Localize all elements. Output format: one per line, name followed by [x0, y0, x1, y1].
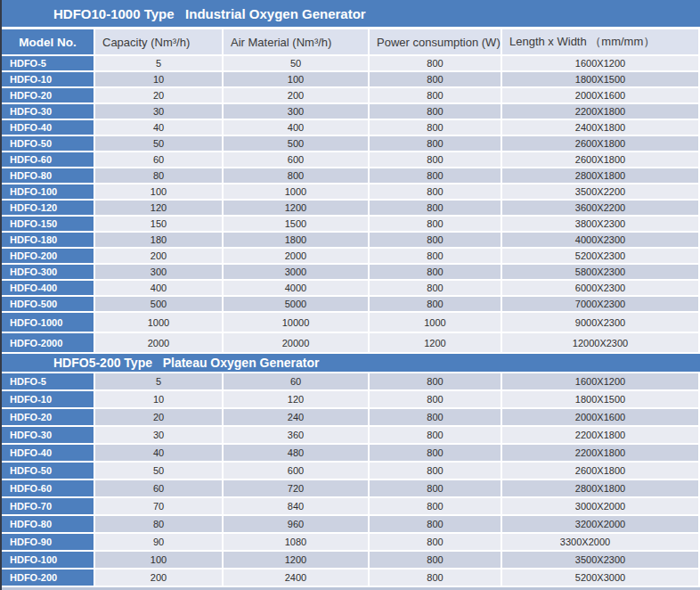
- table-row: HDFO-909010808003300X2000: [2, 534, 700, 550]
- air-material-cell: 10000: [224, 313, 368, 332]
- power-cell: 800: [370, 184, 501, 199]
- dimensions-cell: 1800X1500: [502, 391, 698, 407]
- capacity-cell: 80: [95, 516, 222, 532]
- dimensions-cell: 2200X1800: [502, 427, 698, 443]
- power-cell: 800: [370, 233, 501, 247]
- power-cell: 800: [370, 463, 501, 479]
- air-material-cell: 480: [224, 445, 368, 461]
- air-material-cell: 600: [224, 152, 368, 167]
- model-cell: HDFO-10: [2, 72, 94, 86]
- capacity-cell: 180: [95, 233, 222, 247]
- oxygen-generator-spec-sheet: HDFO10-1000 Type Industrial Oxygen Gener…: [0, 0, 700, 590]
- model-cell: HDFO-90: [2, 534, 94, 550]
- air-material-cell: 2000: [224, 249, 368, 263]
- section1-title-bar: HDFO10-1000 Type Industrial Oxygen Gener…: [2, 0, 700, 27]
- table-row: HDFO-10010010008003500X2200: [2, 184, 700, 199]
- dimensions-cell: 2600X1800: [502, 136, 698, 151]
- air-material-cell: 100: [224, 72, 368, 86]
- dimensions-cell: 2200X1800: [502, 104, 698, 119]
- air-material-cell: 600: [224, 463, 368, 479]
- capacity-cell: 200: [95, 249, 222, 263]
- capacity-cell: 60: [95, 480, 222, 496]
- dimensions-cell: 3600X2200: [502, 201, 698, 215]
- table-row: HDFO-2000200020000120012000X2300: [2, 333, 700, 352]
- capacity-cell: 150: [95, 217, 222, 231]
- power-cell: 800: [370, 281, 501, 295]
- air-material-cell: 800: [224, 168, 368, 183]
- capacity-cell: 120: [95, 201, 222, 215]
- capacity-cell: 30: [95, 104, 222, 119]
- column-header-dimensions: Length x Width （mm/mm）: [502, 29, 698, 54]
- capacity-cell: 50: [95, 463, 222, 479]
- column-header-air-material: Air Material (Nm³/h): [224, 29, 368, 54]
- model-cell: HDFO-2000: [2, 333, 94, 352]
- dimensions-cell: 9000X2300: [502, 313, 698, 332]
- model-cell: HDFO-50: [2, 136, 94, 151]
- air-material-cell: 720: [224, 480, 368, 496]
- table-row: HDFO-55608001600X1200: [2, 373, 700, 389]
- table-row: HDFO-60606008002600X1800: [2, 152, 700, 167]
- dimensions-cell: 2600X1800: [502, 463, 698, 479]
- table-row: HDFO-50505008002600X1800: [2, 136, 700, 151]
- table-row: HDFO-20020020008005200X2300: [2, 249, 700, 263]
- power-cell: 800: [370, 120, 501, 135]
- air-material-cell: 1200: [224, 552, 368, 568]
- power-cell: 800: [370, 534, 501, 550]
- capacity-cell: 70: [95, 498, 222, 514]
- model-cell: HDFO-60: [2, 152, 94, 167]
- table-row: HDFO-10010012008003500X2300: [2, 552, 700, 568]
- model-cell: HDFO-30: [2, 427, 94, 443]
- air-material-cell: 1200: [224, 201, 368, 215]
- power-cell: 800: [370, 152, 501, 167]
- capacity-cell: 400: [95, 281, 222, 295]
- capacity-cell: 2000: [95, 333, 222, 352]
- capacity-cell: 80: [95, 168, 222, 183]
- power-cell: 800: [370, 72, 501, 86]
- power-cell: 800: [370, 516, 501, 532]
- dimensions-cell: 1800X1500: [502, 72, 698, 86]
- capacity-cell: 5: [95, 56, 222, 70]
- capacity-cell: 1000: [95, 313, 222, 332]
- dimensions-cell: 2000X1600: [502, 409, 698, 425]
- air-material-cell: 200: [224, 88, 368, 102]
- power-cell: 800: [370, 217, 501, 231]
- section2-title-bar: HDFO5-200 Type Plateau Oxygen Generator: [2, 354, 700, 372]
- table-row: HDFO-20202408002000X1600: [2, 409, 700, 425]
- table-row: HDFO-30303008002200X1800: [2, 104, 700, 119]
- table-row: HDFO-10101208001800X1500: [2, 391, 700, 407]
- model-cell: HDFO-30: [2, 104, 94, 119]
- air-material-cell: 840: [224, 498, 368, 514]
- air-material-cell: 500: [224, 136, 368, 151]
- section1-title: HDFO10-1000 Type Industrial Oxygen Gener…: [53, 6, 366, 21]
- capacity-cell: 10: [95, 72, 222, 86]
- power-cell: 800: [370, 136, 501, 151]
- capacity-cell: 30: [95, 427, 222, 443]
- dimensions-cell: 2800X1800: [502, 168, 698, 183]
- power-cell: 800: [370, 409, 501, 425]
- power-cell: 800: [370, 249, 501, 263]
- capacity-cell: 100: [95, 552, 222, 568]
- power-cell: 800: [370, 104, 501, 119]
- model-cell: HDFO-60: [2, 480, 94, 496]
- power-cell: 800: [370, 265, 501, 279]
- dimensions-cell: 3500X2200: [502, 184, 698, 199]
- capacity-cell: 20: [95, 409, 222, 425]
- column-header-power: Power consumption (W): [370, 29, 501, 54]
- table-row: HDFO-20202008002000X1600: [2, 88, 700, 102]
- power-cell: 800: [370, 88, 501, 102]
- model-cell: HDFO-40: [2, 120, 94, 135]
- dimensions-cell: 3500X2300: [502, 552, 698, 568]
- dimensions-cell: 3000X2000: [502, 498, 698, 514]
- model-cell: HDFO-100: [2, 184, 94, 199]
- dimensions-cell: 7000X2300: [502, 297, 698, 311]
- power-cell: 1200: [370, 333, 501, 352]
- power-cell: 800: [370, 297, 501, 311]
- air-material-cell: 960: [224, 516, 368, 532]
- air-material-cell: 240: [224, 409, 368, 425]
- model-cell: HDFO-150: [2, 217, 94, 231]
- model-cell: HDFO-1000: [2, 313, 94, 332]
- model-cell: HDFO-50: [2, 463, 94, 479]
- model-cell: HDFO-200: [2, 249, 94, 263]
- table-row: HDFO-30303608002200X1800: [2, 427, 700, 443]
- power-cell: 800: [370, 391, 501, 407]
